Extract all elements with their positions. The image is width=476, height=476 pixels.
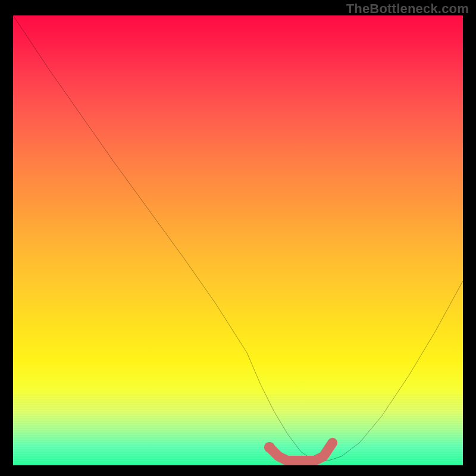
watermark-text: TheBottleneck.com [346, 1, 469, 17]
bottleneck-curve [13, 15, 463, 461]
curve-svg [13, 15, 463, 465]
selected-point-marker [264, 442, 275, 453]
plot-area [13, 15, 463, 465]
chart-container: TheBottleneck.com [0, 0, 476, 476]
